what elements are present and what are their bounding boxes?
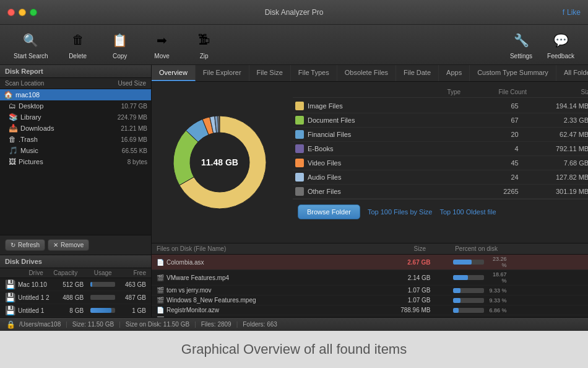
move-button[interactable]: ➡ Move xyxy=(144,27,181,63)
maximize-button[interactable] xyxy=(30,9,37,16)
status-files: Files: 2809 xyxy=(201,321,231,328)
ft-size: 301.19 MB xyxy=(519,188,588,195)
tree-item-name: Music xyxy=(20,147,38,154)
tab-overview[interactable]: Overview xyxy=(152,65,196,81)
file-icon: 📄 xyxy=(157,307,164,313)
feedback-label: Feedback xyxy=(547,53,574,59)
ft-size: 792.11 MB xyxy=(519,145,588,152)
drive-free: 463 GB xyxy=(118,281,146,288)
tab-custom-type-summary[interactable]: Custom Type Summary xyxy=(470,65,556,81)
feedback-icon: 💬 xyxy=(551,30,571,50)
files-table-body: 📄 Colombia.asx 2.67 GB 23.26 % Feb-14-20… xyxy=(152,255,588,317)
minimize-button[interactable] xyxy=(19,9,26,16)
file-date: Feb-14-2014 10:43:58 AM xyxy=(529,274,588,281)
overview-content: 11.48 GB Type File Count Size Percentage… xyxy=(152,82,588,243)
tree-item[interactable]: 🗑.Trash16.69 MB xyxy=(0,134,151,145)
ft-count: 45 xyxy=(448,159,519,167)
titlebar: Disk Analyzer Pro f Like xyxy=(0,0,588,25)
tab-file-date[interactable]: File Date xyxy=(396,65,439,81)
tree-item[interactable]: 📥Downloads21.21 MB xyxy=(0,123,151,134)
folder-icon: 🖼 xyxy=(9,157,16,166)
ft-type-name: Other Files xyxy=(308,188,448,195)
top100-size-link[interactable]: Top 100 Files by Size xyxy=(368,208,433,216)
file-icon: 📊 xyxy=(157,317,164,317)
file-type-row: Image Files 65 194.14 MB 1.69 % xyxy=(293,99,588,113)
tree-item-size: 21.21 MB xyxy=(121,125,147,132)
fth-pct: Percent on disk xyxy=(426,245,527,252)
ft-count: 20 xyxy=(448,131,519,138)
settings-icon: 🔧 xyxy=(511,30,531,50)
drive-free: 487 GB xyxy=(118,294,146,301)
file-pct: 6.86 % xyxy=(431,307,530,313)
lock-icon: 🔒 xyxy=(6,320,15,329)
drive-item: 💾 Mac 10.10 512 GB 463 GB xyxy=(0,278,151,291)
ft-size: 127.82 MB xyxy=(519,173,588,181)
window-title: Disk Analyzer Pro xyxy=(265,8,324,17)
donut-chart: 11.48 GB xyxy=(164,107,275,218)
move-label: Move xyxy=(154,53,169,59)
delete-button[interactable]: 🗑 Delete xyxy=(59,27,97,63)
file-pct: 23.26 % xyxy=(431,256,530,268)
tree-item[interactable]: 🏠mac108 xyxy=(0,89,151,100)
refresh-button[interactable]: ↻ Refresh xyxy=(5,239,45,251)
file-row[interactable]: 📄 Colombia.asx 2.67 GB 23.26 % Feb-14-20… xyxy=(152,255,588,270)
tab-all-folders[interactable]: All Folders and SubFolders List xyxy=(556,65,588,81)
ft-color-swatch xyxy=(295,130,304,139)
status-bar: 🔒 /Users/mac108 | Size: 11.50 GB | Size … xyxy=(0,317,588,331)
zip-button[interactable]: 🗜 Zip xyxy=(186,27,223,63)
file-row[interactable]: 🎬 VMware Features.mp4 2.14 GB 18.67 % Fe… xyxy=(152,270,588,286)
tree-item-name: mac108 xyxy=(15,91,40,99)
drive-capacity: 488 GB xyxy=(55,294,84,301)
fth-date: Created Date xyxy=(527,245,588,252)
tree-item-size: 66.55 KB xyxy=(122,147,147,154)
used-size-label: Used Size xyxy=(118,80,146,87)
ft-type-header: Type xyxy=(295,89,460,95)
drive-name: Mac 10.10 xyxy=(18,281,53,288)
tree-item[interactable]: 🎵Music66.55 KB xyxy=(0,145,151,156)
capacity-col-header: Capacity xyxy=(46,269,77,276)
tree-item[interactable]: 🗂Desktop10.77 GB xyxy=(0,100,151,112)
scan-location-label: Scan Location xyxy=(5,80,44,87)
tab-obsolete-files[interactable]: Obsolete Files xyxy=(337,65,396,81)
file-row[interactable]: 📄 RegistrMonitor.azw 788.96 MB 6.86 % Fe… xyxy=(152,305,588,315)
ft-color-swatch xyxy=(295,144,304,153)
refresh-icon: ↻ xyxy=(11,242,15,248)
tree-item[interactable]: 📚Library224.79 MB xyxy=(0,112,151,123)
feedback-button[interactable]: 💬 Feedback xyxy=(541,27,581,63)
folder-icon: 🏠 xyxy=(4,90,13,99)
start-search-button[interactable]: 🔍 Start Search xyxy=(7,27,54,63)
top100-oldest-link[interactable]: Top 100 Oldest file xyxy=(439,208,496,216)
tab-file-types[interactable]: File Types xyxy=(291,65,337,81)
file-size: 788.96 MB xyxy=(365,307,431,313)
ft-count-header: File Count xyxy=(460,89,527,95)
tree-item[interactable]: 🖼Pictures8 bytes xyxy=(0,156,151,167)
browse-section: Browse Folder Top 100 Files by Size Top … xyxy=(293,199,588,224)
tree-item-name: .Trash xyxy=(19,136,38,143)
window-controls xyxy=(7,9,37,16)
tab-file-size[interactable]: File Size xyxy=(249,65,291,81)
remove-button[interactable]: ✕ Remove xyxy=(48,239,89,251)
zip-icon: 🗜 xyxy=(194,30,214,50)
drive-usage xyxy=(86,282,115,287)
like-text[interactable]: Like xyxy=(567,8,581,17)
tree-item-name: Library xyxy=(20,113,41,121)
file-row[interactable]: 🎬 tom vs jerry.mov 1.07 GB 9.33 % Feb-14… xyxy=(152,286,588,296)
file-pct: 9.33 % xyxy=(431,287,530,294)
file-row[interactable]: 📊 ASPptEnglish.pptx 787.68 MB 6.85 % Feb… xyxy=(152,315,588,317)
file-size: 787.68 MB xyxy=(365,317,431,317)
close-button[interactable] xyxy=(7,9,15,16)
titlebar-like: f Like xyxy=(563,8,581,17)
settings-button[interactable]: 🔧 Settings xyxy=(504,27,538,63)
tab-apps[interactable]: Apps xyxy=(439,65,470,81)
tree-item-name: Pictures xyxy=(19,158,43,165)
file-row[interactable]: 🎬 Windows 8_New Features.mpeg 1.07 GB 9.… xyxy=(152,296,588,305)
drive-icon: 💾 xyxy=(5,292,15,302)
tab-file-explorer[interactable]: File Explorer xyxy=(196,65,249,81)
ft-rows: Image Files 65 194.14 MB 1.69 % Document… xyxy=(293,99,588,199)
drive-item: 💾 Untitled 1 8 GB 1 GB xyxy=(0,304,151,317)
file-icon: 🎬 xyxy=(157,297,164,304)
browse-folder-button[interactable]: Browse Folder xyxy=(298,204,360,219)
copy-button[interactable]: 📋 Copy xyxy=(102,27,139,63)
free-col-header: Free xyxy=(115,269,146,276)
file-pct: 6.85 % xyxy=(431,317,530,318)
